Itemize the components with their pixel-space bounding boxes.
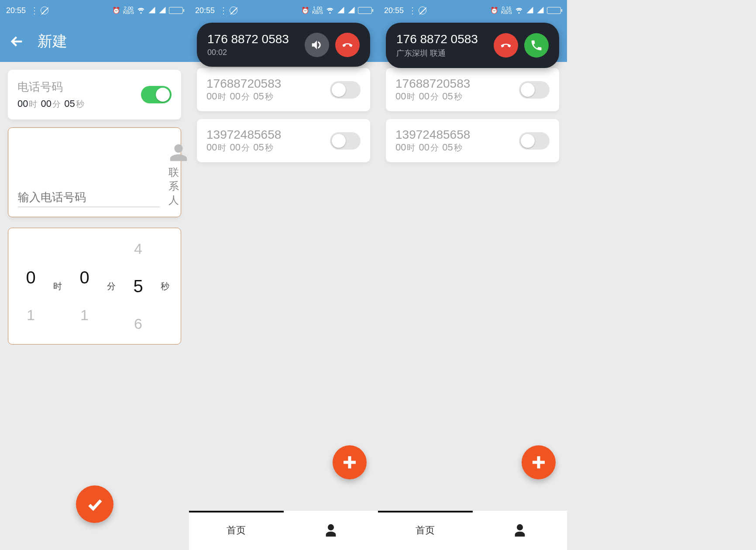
status-dots-icon: ⋮	[30, 5, 37, 16]
screen-list-calling: 20:55 ⋮ ⏰ 1.00KB/S 17688720583 00时 00分 0…	[189, 0, 378, 550]
decline-button[interactable]	[494, 33, 518, 58]
list-item[interactable]: 17688720583 00时 00分 05秒	[386, 68, 559, 111]
nav-profile[interactable]	[284, 511, 378, 550]
wifi-icon	[515, 6, 523, 16]
hangup-button[interactable]	[335, 33, 360, 57]
list-duration: 00时 00分 05秒	[395, 142, 519, 154]
battery-icon	[169, 7, 183, 14]
phone-label: 电话号码	[17, 79, 141, 95]
signal-icon-2	[347, 6, 355, 15]
alarm-icon: ⏰	[301, 7, 309, 14]
picker-minute-current: 0	[79, 268, 89, 287]
enable-toggle[interactable]	[141, 86, 172, 103]
wifi-icon	[326, 6, 334, 16]
header-title: 新建	[38, 31, 67, 51]
status-bar: 20:55 ⋮ ⏰ 1.00KB/S	[189, 0, 378, 21]
picker-hour-col[interactable]: 0 1	[16, 249, 45, 324]
card-phone-toggle: 电话号码 00时 00分 05秒	[8, 70, 181, 120]
signal-icon-2	[158, 6, 166, 15]
accept-button[interactable]	[524, 33, 549, 58]
picker-minute-next: 1	[80, 307, 89, 324]
picker-hour-next: 1	[27, 307, 35, 324]
bottom-nav: 首页	[378, 511, 567, 550]
duration-display: 00时 00分 05秒	[17, 98, 141, 110]
list-phone: 17688720583	[395, 77, 519, 91]
nav-home[interactable]: 首页	[189, 511, 284, 550]
no-disturb-icon	[230, 7, 237, 14]
screen-list-incoming: 20:55 ⋮ ⏰ 0.16KB/S 17688720583 00时 00分 0…	[378, 0, 567, 550]
picker-hour-current: 0	[26, 268, 35, 287]
signal-icon-1	[526, 6, 534, 15]
signal-icon-1	[337, 6, 345, 15]
signal-icon-2	[536, 6, 544, 15]
status-dots-icon: ⋮	[219, 5, 226, 16]
list-toggle[interactable]	[330, 81, 361, 99]
list-item[interactable]: 17688720583 00时 00分 05秒	[197, 68, 370, 111]
status-bar: 20:55 ⋮ ⏰ 0.16KB/S	[378, 0, 567, 21]
battery-icon	[547, 7, 561, 14]
picker-second-col[interactable]: 4 5 6	[124, 240, 153, 332]
phone-input[interactable]	[18, 188, 160, 207]
time-picker[interactable]: 0 1 时 0 1 分 4 5 6 秒	[8, 228, 181, 345]
confirm-fab[interactable]	[76, 485, 113, 523]
list-toggle[interactable]	[519, 132, 550, 150]
nav-profile[interactable]	[473, 511, 567, 550]
contact-button[interactable]: 联系人	[168, 143, 189, 207]
status-time: 20:55	[195, 6, 215, 15]
net-speed: 2.00KB/S	[123, 7, 134, 15]
speaker-button[interactable]	[305, 33, 329, 57]
list-toggle[interactable]	[519, 81, 550, 99]
status-time: 20:55	[384, 6, 404, 15]
net-speed: 0.16KB/S	[501, 7, 512, 15]
signal-icon-1	[148, 6, 156, 15]
picker-second-unit: 秒	[157, 280, 173, 292]
status-right: ⏰ 1.00KB/S	[301, 6, 372, 16]
list-item[interactable]: 13972485658 00时 00分 05秒	[386, 119, 559, 162]
list-item[interactable]: 13972485658 00时 00分 05秒	[197, 119, 370, 162]
padding-strip	[567, 0, 756, 550]
list-duration: 00时 00分 05秒	[206, 142, 330, 154]
list-duration: 00时 00分 05秒	[395, 91, 519, 102]
call-number: 176 8872 0583	[207, 32, 299, 46]
call-number: 176 8872 0583	[396, 32, 488, 46]
picker-minute-col[interactable]: 0 1	[70, 249, 99, 324]
back-button[interactable]	[9, 33, 25, 50]
status-right: ⏰ 2.00KB/S	[112, 6, 183, 16]
status-right: ⏰ 0.16KB/S	[490, 6, 561, 16]
add-fab[interactable]	[522, 445, 556, 479]
status-time: 20:55	[6, 6, 26, 15]
alarm-icon: ⏰	[490, 7, 498, 14]
nav-home[interactable]: 首页	[378, 511, 473, 550]
status-bar: 20:55 ⋮ ⏰ 2.00KB/S	[0, 0, 189, 21]
contact-label: 联系人	[168, 165, 189, 207]
call-overlay: 176 8872 0583 广东深圳 联通	[386, 23, 559, 68]
list-phone: 17688720583	[206, 77, 330, 91]
picker-second-next: 6	[134, 315, 142, 332]
list-phone: 13972485658	[395, 128, 519, 142]
no-disturb-icon	[419, 7, 426, 14]
call-duration: 00:02	[207, 48, 299, 57]
wifi-icon	[137, 6, 145, 16]
call-location: 广东深圳 联通	[396, 48, 488, 58]
picker-hour-unit: 时	[50, 280, 65, 292]
add-fab[interactable]	[333, 445, 367, 479]
bottom-nav: 首页	[189, 511, 378, 550]
list-toggle[interactable]	[330, 132, 361, 150]
net-speed: 1.00KB/S	[312, 7, 323, 15]
battery-icon	[358, 7, 372, 14]
header-bar: 新建	[0, 21, 189, 62]
list-phone: 13972485658	[206, 128, 330, 142]
alarm-icon: ⏰	[112, 7, 120, 14]
input-card: 联系人	[8, 127, 181, 217]
list-duration: 00时 00分 05秒	[206, 91, 330, 102]
no-disturb-icon	[41, 7, 48, 14]
call-overlay: 176 8872 0583 00:02	[197, 23, 370, 67]
picker-minute-unit: 分	[103, 280, 119, 292]
picker-second-current: 5	[133, 277, 143, 296]
screen-new: 20:55 ⋮ ⏰ 2.00KB/S 新建 电话号码 00时 00分	[0, 0, 189, 550]
picker-second-prev: 4	[134, 240, 142, 257]
status-dots-icon: ⋮	[408, 5, 415, 16]
